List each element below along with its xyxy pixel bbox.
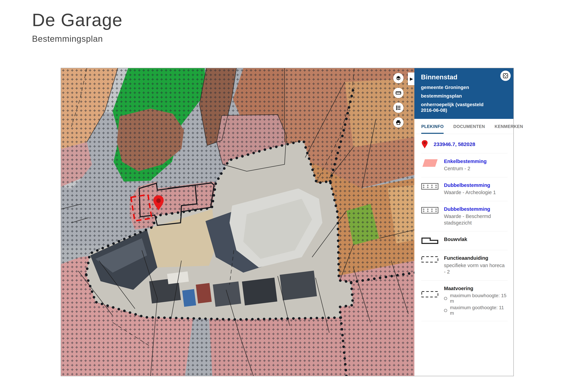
enkelbestemming-value: Centrum - 2 bbox=[444, 166, 508, 172]
divider bbox=[421, 321, 508, 321]
maatvoering-bullet-2: maximum goothoogte: 11 m bbox=[444, 305, 508, 316]
dashed-rect-swatch-icon bbox=[421, 285, 444, 298]
printer-icon bbox=[395, 120, 401, 126]
page-subtitle: Bestemmingsplan bbox=[32, 34, 123, 44]
ruler-icon bbox=[395, 90, 401, 96]
layers-button[interactable] bbox=[393, 73, 404, 83]
circle-bullet-icon bbox=[444, 309, 447, 312]
page-title: De Garage bbox=[32, 11, 123, 29]
dashed-rect-swatch-icon bbox=[421, 255, 444, 264]
plan-name: Binnenstad bbox=[421, 73, 494, 81]
legend-row-dubbelbestemming-1: Dubbelbestemming Waarde - Archeologie 1 bbox=[421, 177, 508, 201]
plekinfo-content: 233946.7, 582028 Enkelbestemming Centrum… bbox=[414, 134, 513, 376]
list-icon bbox=[395, 105, 401, 111]
clicked-coordinates[interactable]: 233946.7, 582028 bbox=[434, 141, 475, 147]
dubbelbestemming-value-1: Waarde - Archeologie 1 bbox=[444, 189, 508, 196]
page-heading: De Garage Bestemmingsplan bbox=[32, 11, 123, 44]
dubbelbestemming-value-2: Waarde - Beschermd stadsgezicht bbox=[444, 213, 508, 226]
plus-rect-swatch-icon bbox=[421, 182, 444, 190]
tab-kenmerken[interactable]: KENMERKEN bbox=[495, 119, 523, 134]
map-toolbar bbox=[393, 73, 404, 132]
dubbelbestemming-link-1[interactable]: Dubbelbestemming bbox=[444, 182, 508, 188]
pink-parallelogram-swatch-icon bbox=[421, 158, 444, 167]
plan-type: bestemmingsplan bbox=[421, 93, 494, 99]
functieaanduiding-value: specifieke vorm van horeca - 2 bbox=[444, 262, 508, 275]
plus-rect-swatch-icon bbox=[421, 206, 444, 214]
layers-icon bbox=[395, 75, 401, 81]
functieaanduiding-label: Functieaanduiding bbox=[444, 255, 508, 261]
plan-header: Binnenstad gemeente Groningen bestemming… bbox=[414, 68, 513, 119]
tab-plekinfo[interactable]: PLEKINFO bbox=[421, 119, 444, 134]
aerial-zoning-map bbox=[61, 68, 414, 376]
legend-row-functieaanduiding: Functieaanduiding specifieke vorm van ho… bbox=[421, 250, 508, 280]
plan-status: onherroepelijk (vastgesteld 2016-06-08) bbox=[421, 102, 494, 113]
info-panel: Binnenstad gemeente Groningen bestemming… bbox=[414, 68, 513, 376]
maatvoering-bullet-1: maximum bouwhoogte: 15 m bbox=[444, 293, 508, 304]
circle-bullet-icon bbox=[444, 297, 447, 300]
measure-button[interactable] bbox=[393, 88, 404, 98]
pan-arrows-icon bbox=[502, 73, 509, 79]
legend-button[interactable] bbox=[393, 102, 404, 113]
enkelbestemming-link[interactable]: Enkelbestemming bbox=[444, 158, 508, 164]
chevron-right-icon: ▶ bbox=[410, 76, 413, 81]
maatvoering-label: Maatvoering bbox=[444, 285, 508, 292]
location-pin-icon bbox=[421, 140, 428, 149]
coordinate-row: 233946.7, 582028 bbox=[421, 134, 508, 153]
legend-row-enkelbestemming: Enkelbestemming Centrum - 2 bbox=[421, 153, 508, 177]
legend-row-dubbelbestemming-2: Dubbelbestemming Waarde - Beschermd stad… bbox=[421, 201, 508, 232]
panel-collapse-button[interactable]: ▶ bbox=[408, 72, 414, 85]
print-button[interactable] bbox=[393, 117, 404, 128]
plan-municipality: gemeente Groningen bbox=[421, 85, 494, 90]
bouwvlak-label: Bouwvlak bbox=[444, 236, 508, 242]
tab-documenten[interactable]: DOCUMENTEN bbox=[453, 119, 485, 134]
expand-map-button[interactable] bbox=[500, 70, 511, 81]
dubbelbestemming-link-2[interactable]: Dubbelbestemming bbox=[444, 206, 508, 212]
map-canvas[interactable]: ▶ bbox=[61, 68, 414, 376]
legend-row-bouwvlak: Bouwvlak bbox=[421, 231, 508, 250]
legend-row-maatvoering: Maatvoering maximum bouwhoogte: 15 m max… bbox=[421, 280, 508, 321]
panel-tabs: PLEKINFO DOCUMENTEN KENMERKEN bbox=[414, 119, 513, 134]
plan-viewer: ▶ Binnenstad gemeente Groningen bestemmi… bbox=[61, 68, 514, 376]
step-outline-swatch-icon bbox=[421, 236, 444, 245]
